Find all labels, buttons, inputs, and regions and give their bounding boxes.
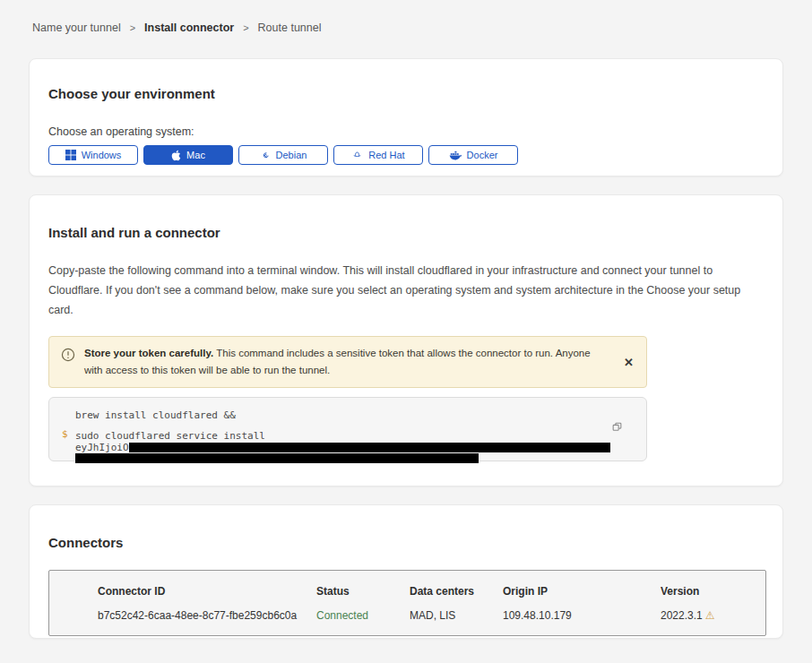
docker-icon [449, 151, 462, 160]
os-select-label: Choose an operating system: [48, 125, 764, 138]
breadcrumb-separator: > [243, 22, 248, 33]
code-line-command: sudo cloudflared service install [75, 430, 610, 442]
version-number: 2022.3.1 [661, 609, 703, 622]
token-warning-bold: Store your token carefully. [84, 348, 213, 358]
redacted-token-bar [75, 453, 479, 463]
os-button-label: Red Hat [368, 150, 404, 160]
os-button-label: Mac [186, 150, 205, 160]
os-button-label: Docker [467, 150, 498, 160]
token-warning-banner: Store your token carefully. This command… [48, 336, 647, 388]
connectors-card: Connectors Connector ID Status Data cent… [29, 504, 783, 639]
install-connector-title: Install and run a connector [48, 225, 764, 240]
windows-icon [65, 150, 76, 160]
col-header-version: Version [661, 585, 756, 598]
breadcrumb: Name your tunnel > Install connector > R… [0, 0, 812, 34]
status-badge: Connected [316, 609, 410, 622]
code-line-brew: brew install cloudflared && [75, 409, 610, 421]
os-button-mac[interactable]: Mac [143, 145, 233, 165]
origin-ip-value: 109.48.10.179 [503, 609, 661, 622]
col-header-data-centers: Data centers [410, 585, 503, 598]
col-header-connector-id: Connector ID [98, 585, 316, 598]
redhat-icon [351, 150, 363, 160]
connectors-table: Connector ID Status Data centers Origin … [48, 570, 766, 636]
os-button-windows[interactable]: Windows [48, 145, 138, 165]
breadcrumb-name-your-tunnel[interactable]: Name your tunnel [32, 22, 121, 34]
connectors-title: Connectors [48, 535, 764, 550]
breadcrumb-separator: > [130, 22, 135, 33]
apple-icon [171, 150, 181, 161]
token-warning-text: Store your token carefully. This command… [84, 345, 607, 379]
install-description: Copy-paste the following command into a … [48, 262, 761, 321]
os-button-docker[interactable]: Docker [428, 145, 518, 165]
choose-environment-card: Choose your environment Choose an operat… [29, 58, 783, 177]
code-line-token: eyJhIjoiO [75, 442, 610, 453]
warning-triangle-icon: ⚠ [705, 609, 715, 622]
os-button-group: Windows Mac Debian Red Hat [48, 145, 764, 165]
redacted-token-bar [129, 443, 610, 452]
alert-circle-icon [61, 348, 75, 379]
version-value: 2022.3.1⚠ [661, 609, 756, 622]
os-button-label: Windows [82, 150, 122, 160]
install-command-codeblock: $ brew install cloudflared && sudo cloud… [48, 397, 647, 461]
col-header-status: Status [316, 585, 410, 598]
data-centers-value: MAD, LIS [410, 609, 503, 622]
os-button-label: Debian [276, 150, 307, 160]
install-connector-card: Install and run a connector Copy-paste t… [29, 194, 783, 486]
choose-environment-title: Choose your environment [48, 86, 764, 101]
connector-id-value: b7c52c42-6caa-48ee-8c77-fbe259cb6c0a [98, 609, 316, 622]
copy-icon[interactable] [611, 421, 623, 433]
breadcrumb-install-connector[interactable]: Install connector [144, 22, 234, 34]
os-button-debian[interactable]: Debian [238, 145, 328, 165]
breadcrumb-route-tunnel[interactable]: Route tunnel [258, 22, 322, 34]
shell-prompt: $ [62, 428, 68, 440]
os-button-redhat[interactable]: Red Hat [333, 145, 423, 165]
token-prefix: eyJhIjoiO [75, 442, 129, 453]
debian-icon [260, 150, 271, 160]
col-header-origin-ip: Origin IP [503, 585, 661, 598]
close-icon[interactable]: ✕ [624, 356, 634, 367]
